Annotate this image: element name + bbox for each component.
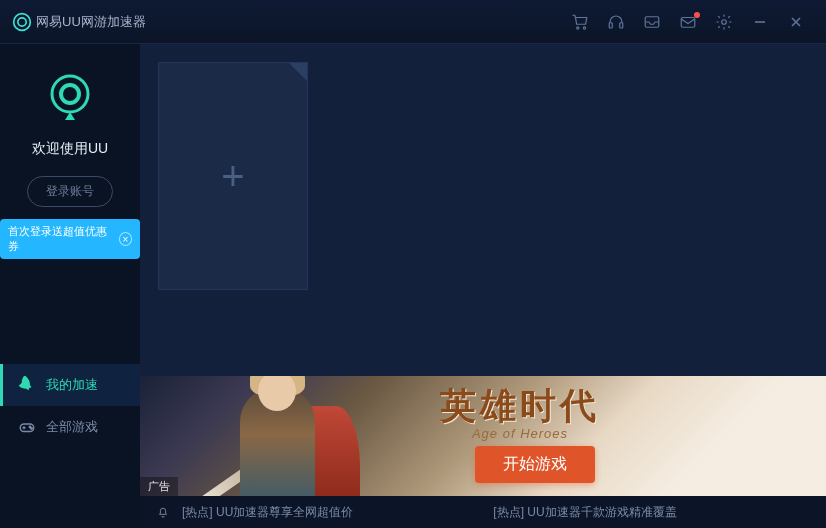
login-button[interactable]: 登录账号	[27, 176, 113, 207]
banner-title: 英雄时代	[440, 388, 600, 424]
titlebar: 网易UU网游加速器	[0, 0, 826, 44]
promo-badge[interactable]: 首次登录送超值优惠券 ×	[0, 219, 140, 259]
headset-icon[interactable]	[598, 0, 634, 44]
main-area: + 英雄时代 Age of Heroes 开始游戏 广告	[140, 44, 826, 528]
bell-icon	[156, 505, 170, 519]
news-ticker: [热点] UU加速器尊享全网超值价 [热点] UU加速器千款游戏精准覆盖	[140, 496, 826, 528]
minimize-button[interactable]	[742, 0, 778, 44]
cart-icon[interactable]	[562, 0, 598, 44]
ticker-item[interactable]: [热点] UU加速器尊享全网超值价	[182, 504, 353, 521]
gear-icon[interactable]	[706, 0, 742, 44]
svg-point-2	[577, 26, 579, 28]
svg-point-3	[583, 26, 585, 28]
plus-icon: +	[221, 154, 244, 199]
content-area: +	[140, 44, 826, 376]
banner-subtitle: Age of Heroes	[440, 426, 600, 441]
svg-point-18	[31, 428, 33, 430]
app-window: 网易UU网游加速器	[0, 0, 826, 528]
ticker-item[interactable]: [热点] UU加速器千款游戏精准覆盖	[493, 504, 676, 521]
svg-point-0	[14, 13, 31, 30]
svg-point-8	[722, 19, 727, 24]
sidebar: 欢迎使用UU 登录账号 首次登录送超值优惠券 × 我的加速 全部游戏	[0, 44, 140, 528]
svg-rect-5	[620, 22, 623, 27]
uu-brand-icon	[42, 68, 98, 124]
banner-title-block: 英雄时代 Age of Heroes	[440, 388, 600, 441]
inbox-icon[interactable]	[634, 0, 670, 44]
sidebar-nav: 我的加速 全部游戏	[0, 364, 140, 448]
welcome-text: 欢迎使用UU	[32, 140, 108, 158]
add-game-card[interactable]: +	[158, 62, 308, 290]
svg-point-13	[61, 85, 79, 103]
promo-banner[interactable]: 英雄时代 Age of Heroes 开始游戏 广告	[140, 376, 826, 496]
ad-label: 广告	[140, 477, 178, 496]
svg-rect-7	[681, 17, 695, 27]
svg-point-12	[52, 76, 88, 112]
promo-close-icon[interactable]: ×	[119, 232, 132, 246]
close-button[interactable]	[778, 0, 814, 44]
ticker-messages: [热点] UU加速器尊享全网超值价 [热点] UU加速器千款游戏精准覆盖	[182, 504, 810, 521]
mail-icon[interactable]	[670, 0, 706, 44]
notification-dot	[694, 12, 700, 18]
svg-rect-4	[609, 22, 612, 27]
hero-illustration	[180, 376, 370, 496]
promo-text: 首次登录送超值优惠券	[8, 224, 113, 254]
gamepad-icon	[18, 418, 36, 436]
app-title: 网易UU网游加速器	[36, 13, 146, 31]
start-game-button[interactable]: 开始游戏	[475, 446, 595, 483]
svg-point-1	[18, 17, 26, 25]
rocket-icon	[18, 376, 36, 394]
uu-logo-icon	[12, 12, 32, 32]
app-logo	[12, 12, 32, 32]
nav-my-boost[interactable]: 我的加速	[0, 364, 140, 406]
nav-label: 我的加速	[46, 376, 98, 394]
nav-label: 全部游戏	[46, 418, 98, 436]
nav-all-games[interactable]: 全部游戏	[0, 406, 140, 448]
brand-mark	[42, 68, 98, 124]
app-body: 欢迎使用UU 登录账号 首次登录送超值优惠券 × 我的加速 全部游戏	[0, 44, 826, 528]
